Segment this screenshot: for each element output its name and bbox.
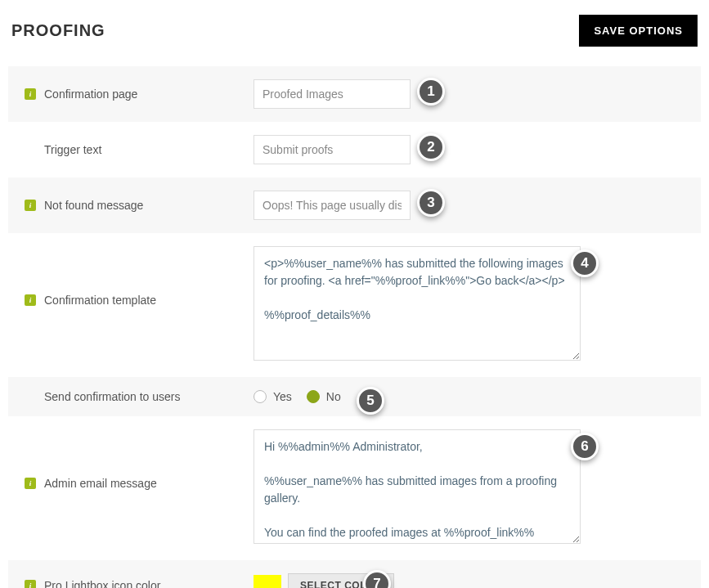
label-lightbox-color: i Pro Lightbox icon color <box>25 579 254 588</box>
label-admin-email: i Admin email message <box>25 429 254 490</box>
info-icon[interactable]: i <box>25 88 36 100</box>
field-trigger-text: 2 <box>254 135 684 164</box>
label-text: Confirmation page <box>44 88 137 101</box>
info-icon[interactable]: i <box>25 294 36 306</box>
radio-dot-no <box>307 390 320 403</box>
admin-email-textarea[interactable] <box>254 429 581 544</box>
step-badge-4: 4 <box>571 249 599 277</box>
label-confirmation-template: i Confirmation template <box>25 246 254 307</box>
page-header: PROOFING SAVE OPTIONS <box>8 15 701 47</box>
send-confirmation-radio-group: Yes No <box>254 390 684 403</box>
color-swatch[interactable] <box>254 575 281 588</box>
save-options-button[interactable]: SAVE OPTIONS <box>579 15 698 47</box>
label-not-found: i Not found message <box>25 199 254 212</box>
label-confirmation-page: i Confirmation page <box>25 88 254 101</box>
label-text: Confirmation template <box>44 294 156 307</box>
label-send-confirmation: Send confirmation to users <box>25 390 254 403</box>
field-confirmation-template: 4 <box>254 246 684 364</box>
label-text: Admin email message <box>44 477 157 490</box>
label-text: Trigger text <box>44 143 101 156</box>
radio-yes-label: Yes <box>273 390 292 403</box>
page-title: PROOFING <box>11 21 105 40</box>
color-picker-row: SELECT COLOR <box>254 573 684 588</box>
radio-dot-yes <box>254 390 267 403</box>
step-badge-2: 2 <box>417 133 445 161</box>
info-icon[interactable]: i <box>25 478 36 489</box>
confirmation-template-textarea[interactable] <box>254 246 581 361</box>
radio-no[interactable]: No <box>307 390 341 403</box>
label-text: Send confirmation to users <box>44 390 181 403</box>
step-badge-6: 6 <box>571 433 599 460</box>
not-found-input[interactable] <box>254 191 411 220</box>
label-text: Not found message <box>44 199 143 212</box>
row-send-confirmation: Send confirmation to users Yes No 5 <box>8 377 701 416</box>
row-confirmation-page: i Confirmation page 1 <box>8 66 701 122</box>
label-text: Pro Lightbox icon color <box>44 579 160 588</box>
info-icon[interactable]: i <box>25 580 36 588</box>
row-trigger-text: Trigger text 2 <box>8 122 701 177</box>
trigger-text-input[interactable] <box>254 135 411 164</box>
radio-no-label: No <box>326 390 341 403</box>
confirmation-page-input[interactable] <box>254 79 411 109</box>
row-not-found: i Not found message 3 <box>8 177 701 233</box>
info-icon[interactable]: i <box>25 200 36 211</box>
step-badge-3: 3 <box>417 189 445 217</box>
step-badge-5: 5 <box>357 387 384 415</box>
field-send-confirmation: Yes No 5 <box>254 390 684 403</box>
label-trigger-text: Trigger text <box>25 143 254 156</box>
field-lightbox-color: SELECT COLOR 7 <box>254 573 684 588</box>
step-badge-1: 1 <box>417 78 445 105</box>
row-admin-email: i Admin email message 6 <box>8 416 701 560</box>
field-not-found: 3 <box>254 191 684 220</box>
radio-yes[interactable]: Yes <box>254 390 292 403</box>
field-confirmation-page: 1 <box>254 79 684 109</box>
field-admin-email: 6 <box>254 429 684 547</box>
row-confirmation-template: i Confirmation template 4 <box>8 233 701 377</box>
row-lightbox-color: i Pro Lightbox icon color SELECT COLOR 7 <box>8 560 701 588</box>
